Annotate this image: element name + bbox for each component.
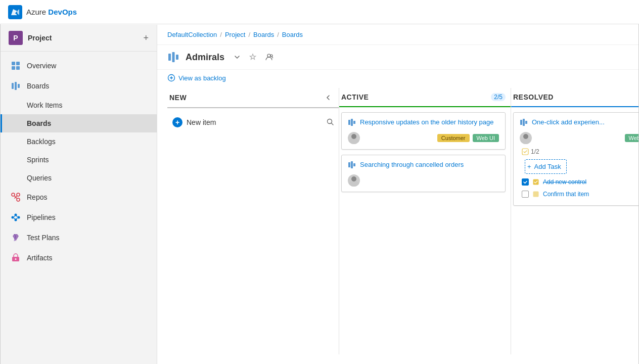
add-task-label: Add Task [534,163,561,170]
breadcrumb-boards-1[interactable]: Boards [253,31,274,38]
sidebar-item-test-plans[interactable]: Test Plans [1,228,157,248]
work-card-1[interactable]: Responsive updates on the older history … [341,112,506,150]
logo[interactable]: Azure DevOps [8,5,77,19]
subtask-row-2: Confirm that item [520,188,638,200]
board-title-icon [167,51,179,63]
svg-line-17 [14,216,16,217]
column-header-new: New [167,88,339,108]
sidebar: P Project + Overview [1,25,157,364]
favorite-button[interactable] [247,52,259,62]
work-card-2[interactable]: Searching through cancelled orders [341,155,506,192]
tag-webui-r[interactable]: Web UI [625,134,638,142]
breadcrumb-defaultcollection[interactable]: DefaultCollection [167,31,217,38]
sidebar-item-boards-label: Boards [27,119,51,127]
sidebar-item-pipelines-label: Pipelines [27,213,56,221]
svg-rect-47 [533,179,539,185]
tag-customer[interactable]: Customer [437,134,470,142]
svg-point-45 [523,134,528,139]
subtask-1-checkbox[interactable] [522,178,529,186]
team-settings-button[interactable] [263,52,275,62]
svg-point-22 [15,258,17,260]
task-count-text: 1/2 [531,148,539,155]
overview-icon [11,61,21,71]
sidebar-item-boards-parent-label: Boards [27,82,49,90]
view-as-backlog-button[interactable]: View as backlog [167,74,226,82]
svg-rect-6 [15,82,17,90]
add-project-button[interactable]: + [143,33,149,43]
boards-parent-icon [11,81,21,91]
svg-rect-42 [523,119,525,126]
svg-point-8 [12,193,15,196]
work-card-resolved-1-title[interactable]: One-click add experien... [532,118,605,127]
svg-rect-37 [351,161,353,168]
sidebar-item-sprints-label: Sprints [27,156,49,164]
sidebar-item-work-items[interactable]: Work Items [1,96,157,114]
subtask-2-icon [533,191,539,197]
svg-rect-24 [172,52,175,62]
svg-point-13 [12,216,14,219]
board-title-actions [232,52,275,62]
tag-webui[interactable]: Web UI [473,134,499,142]
project-selector[interactable]: P Project + [1,25,157,52]
sidebar-item-backlogs[interactable]: Backlogs [1,132,157,151]
view-backlog-label: View as backlog [178,74,226,82]
svg-rect-32 [351,119,353,126]
new-item-label: New item [187,118,216,126]
svg-point-15 [18,216,20,219]
svg-line-20 [14,218,16,219]
breadcrumb-boards-2[interactable]: Boards [282,31,303,38]
add-task-button[interactable]: + Add Task [525,159,567,174]
svg-rect-43 [525,121,527,124]
svg-rect-33 [353,121,355,124]
repos-icon [11,192,21,202]
column-title-new: New [169,94,187,102]
new-column-search-button[interactable] [327,118,334,127]
column-header-active: Active 2/5 [339,88,511,107]
new-item-bar[interactable]: + New item [167,113,339,131]
work-card-1-avatar [348,132,360,144]
sidebar-item-repos-label: Repos [27,193,47,201]
svg-rect-31 [348,120,350,125]
breadcrumb-sep-1: / [220,31,222,38]
svg-rect-2 [16,62,20,65]
column-new-collapse-button[interactable] [323,93,334,102]
sidebar-item-pipelines[interactable]: Pipelines [1,207,157,228]
sidebar-item-artifacts[interactable]: Artifacts [1,248,157,268]
svg-line-18 [16,216,18,217]
column-active-count: 2/5 [491,93,506,101]
svg-point-11 [17,193,20,196]
subtask-row-1: Add new control [520,176,638,188]
work-card-resolved-1-tags: Web UI [625,134,638,142]
breadcrumb-sep-3: / [277,31,279,38]
work-card-2-title[interactable]: Searching through cancelled orders [360,160,464,169]
board-header: Admirals [157,45,638,70]
svg-rect-7 [18,84,20,88]
svg-rect-23 [168,54,171,61]
sidebar-item-queries[interactable]: Queries [1,169,157,187]
board-dropdown-button[interactable] [232,53,243,62]
new-item-plus-icon: + [172,117,182,127]
sidebar-item-overview-label: Overview [27,62,56,70]
sidebar-item-overview[interactable]: Overview [1,56,157,76]
column-title-active: Active [341,93,369,101]
column-header-resolved: Resolved [511,88,638,107]
work-item-icon-2 [348,161,356,170]
sidebar-item-sprints[interactable]: Sprints [1,151,157,169]
sidebar-item-backlogs-label: Backlogs [27,138,56,146]
sidebar-item-boards[interactable]: Boards [1,114,157,132]
work-card-resolved-1-avatar [520,132,532,144]
breadcrumb-project[interactable]: Project [225,31,245,38]
svg-point-9 [17,198,20,201]
work-card-1-title[interactable]: Responsive updates on the older history … [360,118,494,127]
subtask-2-checkbox[interactable] [522,191,529,198]
project-name: Project [28,34,138,42]
breadcrumb: DefaultCollection / Project / Boards / B… [157,25,638,45]
sidebar-item-repos[interactable]: Repos [1,187,157,207]
work-card-resolved-1[interactable]: One-click add experien... Web UI [513,112,638,206]
work-card-2-avatar [348,174,360,187]
work-card-1-tags: Customer Web UI [437,134,499,142]
svg-point-35 [351,134,356,139]
sidebar-item-artifacts-label: Artifacts [27,254,53,262]
svg-rect-5 [12,83,14,89]
sidebar-item-boards-parent[interactable]: Boards [1,76,157,96]
